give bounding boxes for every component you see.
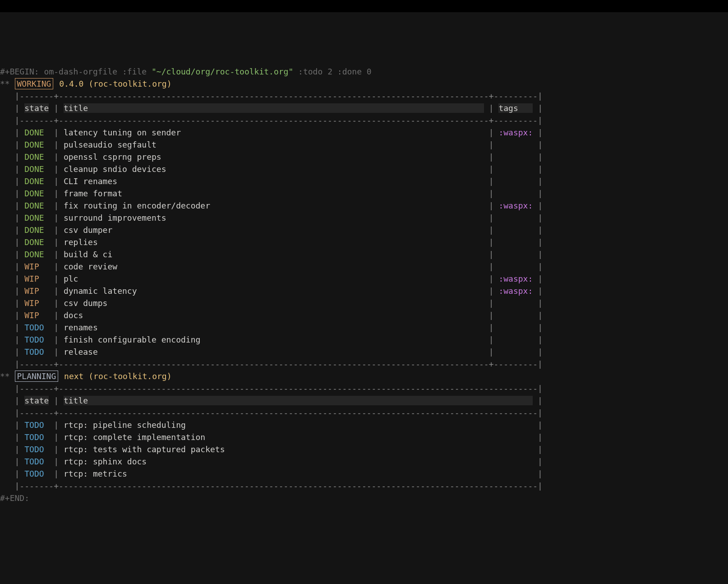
task-title: openssl csprng preps bbox=[64, 152, 484, 162]
table-row[interactable]: | DONE | pulseaudio segfault | | bbox=[0, 139, 728, 151]
task-tag: :waspx: bbox=[498, 128, 533, 137]
task-state: TODO bbox=[24, 432, 49, 442]
task-title: rtcp: tests with captured packets bbox=[64, 445, 533, 454]
task-title: surround improvements bbox=[64, 213, 484, 222]
task-title: docs bbox=[64, 311, 484, 320]
task-title: pulseaudio segfault bbox=[64, 140, 484, 149]
begin-done-key: :done bbox=[337, 67, 362, 76]
task-tag bbox=[498, 189, 533, 198]
table-row[interactable]: | DONE | CLI renames | | bbox=[0, 175, 728, 187]
table-row[interactable]: | DONE | openssl csprng preps | | bbox=[0, 151, 728, 163]
task-tag bbox=[498, 237, 533, 247]
table-row[interactable]: | TODO | finish configurable encoding | … bbox=[0, 334, 728, 346]
task-state: DONE bbox=[24, 140, 49, 149]
task-state: DONE bbox=[24, 128, 49, 137]
task-title: fix routing in encoder/decoder bbox=[64, 201, 484, 210]
begin-done-val: 0 bbox=[367, 67, 372, 76]
end-directive: #+END: bbox=[0, 492, 728, 504]
table-row[interactable]: | DONE | cleanup sndio devices | | bbox=[0, 163, 728, 175]
task-title: renames bbox=[64, 323, 484, 332]
task-title: csv dumps bbox=[64, 298, 484, 308]
begin-todo-val: 2 bbox=[327, 67, 332, 76]
section-heading[interactable]: ** WORKING 0.4.0 (roc-toolkit.org) bbox=[0, 78, 728, 90]
task-state: TODO bbox=[24, 469, 49, 478]
task-tag bbox=[498, 213, 533, 222]
table-row[interactable]: | TODO | rtcp: metrics | bbox=[0, 468, 728, 480]
task-title: latency tuning on sender bbox=[64, 128, 484, 137]
table-row[interactable]: | TODO | rtcp: sphinx docs | bbox=[0, 455, 728, 468]
table-row[interactable]: | DONE | csv dumper | | bbox=[0, 224, 728, 236]
task-title: dynamic latency bbox=[64, 286, 484, 296]
col-header-state[interactable]: state bbox=[24, 103, 49, 113]
task-state: WIP bbox=[24, 262, 49, 271]
table-divider: |-------+-------------------------------… bbox=[0, 114, 728, 126]
table-divider: |-------+-------------------------------… bbox=[0, 480, 728, 492]
task-title: replies bbox=[64, 237, 484, 247]
col-header-title[interactable]: title bbox=[64, 396, 533, 405]
begin-block-name: om-dash-orgfile bbox=[44, 67, 118, 76]
task-title: finish configurable encoding bbox=[64, 335, 484, 344]
table-divider: |-------+-------------------------------… bbox=[0, 358, 728, 370]
table-row[interactable]: | WIP | code review | | bbox=[0, 260, 728, 273]
table-row[interactable]: | WIP | csv dumps | | bbox=[0, 297, 728, 309]
task-tag bbox=[498, 250, 533, 259]
col-header-title[interactable]: title bbox=[64, 103, 484, 113]
task-state: WIP bbox=[24, 286, 49, 296]
table-row[interactable]: | DONE | build & ci | | bbox=[0, 248, 728, 260]
task-tag bbox=[498, 347, 533, 357]
task-title: cleanup sndio devices bbox=[64, 164, 484, 174]
task-state: WIP bbox=[24, 274, 49, 283]
heading-stars: ** bbox=[0, 79, 10, 88]
table-row[interactable]: | TODO | renames | | bbox=[0, 321, 728, 334]
begin-directive: #+BEGIN: om-dash-orgfile :file "~/cloud/… bbox=[0, 65, 728, 78]
task-tag: :waspx: bbox=[498, 274, 533, 283]
task-title: rtcp: pipeline scheduling bbox=[64, 420, 533, 430]
task-tag: :waspx: bbox=[498, 286, 533, 296]
table-row[interactable]: | TODO | rtcp: pipeline scheduling | bbox=[0, 419, 728, 431]
task-state: DONE bbox=[24, 152, 49, 162]
heading-keyword: WORKING bbox=[15, 78, 54, 89]
table-row[interactable]: | TODO | rtcp: tests with captured packe… bbox=[0, 443, 728, 455]
table-row[interactable]: | DONE | frame format | | bbox=[0, 187, 728, 199]
task-title: csv dumper bbox=[64, 225, 484, 235]
task-state: DONE bbox=[24, 164, 49, 174]
table-divider: |-------+-------------------------------… bbox=[0, 382, 728, 394]
table-row[interactable]: | DONE | surround improvements | | bbox=[0, 212, 728, 224]
table-row[interactable]: | TODO | rtcp: complete implementation | bbox=[0, 431, 728, 443]
table-divider: |-------+-------------------------------… bbox=[0, 90, 728, 102]
task-state: DONE bbox=[24, 176, 49, 186]
table-row[interactable]: | WIP | docs | | bbox=[0, 309, 728, 321]
task-tag bbox=[498, 335, 533, 344]
table-row[interactable]: | WIP | plc | :waspx: | bbox=[0, 273, 728, 285]
task-state: DONE bbox=[24, 250, 49, 259]
emacs-buffer[interactable]: #+BEGIN: om-dash-orgfile :file "~/cloud/… bbox=[0, 65, 728, 504]
table-divider: |-------+-------------------------------… bbox=[0, 407, 728, 419]
table-row[interactable]: | TODO | release | | bbox=[0, 346, 728, 358]
task-title: frame format bbox=[64, 189, 484, 198]
task-title: code review bbox=[64, 262, 484, 271]
col-header-tags[interactable]: tags bbox=[498, 103, 533, 113]
col-header-state[interactable]: state bbox=[24, 396, 49, 405]
task-state: DONE bbox=[24, 225, 49, 235]
task-tag bbox=[498, 225, 533, 235]
task-title: plc bbox=[64, 274, 484, 283]
table-row[interactable]: | DONE | fix routing in encoder/decoder … bbox=[0, 199, 728, 212]
task-state: DONE bbox=[24, 213, 49, 222]
task-tag bbox=[498, 311, 533, 320]
section-heading[interactable]: ** PLANNING next (roc-toolkit.org) bbox=[0, 370, 728, 382]
task-title: CLI renames bbox=[64, 176, 484, 186]
task-state: TODO bbox=[24, 420, 49, 430]
task-title: release bbox=[64, 347, 484, 357]
task-tag bbox=[498, 140, 533, 149]
table-row[interactable]: | DONE | replies | | bbox=[0, 236, 728, 248]
heading-keyword: PLANNING bbox=[15, 371, 59, 382]
task-state: WIP bbox=[24, 311, 49, 320]
task-state: DONE bbox=[24, 237, 49, 247]
task-tag bbox=[498, 298, 533, 308]
begin-file-path: "~/cloud/org/roc-toolkit.org" bbox=[152, 67, 293, 76]
table-row[interactable]: | WIP | dynamic latency | :waspx: | bbox=[0, 285, 728, 297]
table-row[interactable]: | DONE | latency tuning on sender | :was… bbox=[0, 126, 728, 139]
task-state: TODO bbox=[24, 457, 49, 466]
task-state: TODO bbox=[24, 323, 49, 332]
heading-title: 0.4.0 (roc-toolkit.org) bbox=[59, 79, 171, 88]
